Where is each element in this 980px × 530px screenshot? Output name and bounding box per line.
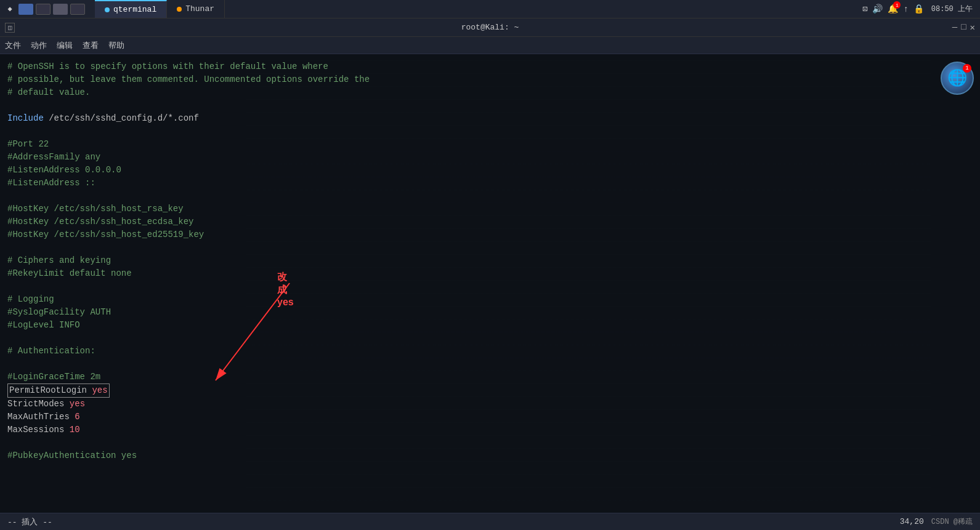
line-7: #Port 22 [7, 138, 973, 151]
terminal-content: # OpenSSH is to specify options with the… [7, 60, 973, 462]
menu-bar: 文件 动作 编辑 查看 帮助 [0, 37, 980, 54]
app-icon-1[interactable]: ◆ [4, 3, 16, 15]
monitor-icon: ⊡ [862, 4, 867, 14]
line-3: # default value. [7, 86, 973, 99]
taskbar-time-area: ⊡ 🔊 🔔 1 ↑ 🔒 08:50 上午 [862, 4, 980, 14]
line-26: PermitRootLogin yes [7, 383, 110, 398]
menu-edit[interactable]: 编辑 [57, 40, 73, 51]
tab-dot-thunar [177, 7, 182, 12]
cursor-position: 34,20 [900, 517, 924, 526]
sys-tray-icons: ⊡ 🔊 🔔 1 ↑ 🔒 [862, 4, 924, 14]
app-icon-5[interactable] [70, 4, 85, 15]
lock-icon: 🔒 [913, 4, 924, 14]
line-15 [7, 241, 973, 254]
tab-qterminal[interactable]: qterminal [95, 0, 167, 18]
upload-icon: ↑ [903, 4, 908, 14]
app-icon-3[interactable] [36, 4, 51, 15]
app-icon-4[interactable] [53, 4, 68, 15]
tab-dot-qterminal [105, 7, 110, 12]
line-30 [7, 436, 973, 449]
app-icon-2[interactable] [18, 4, 33, 15]
taskbar: ◆ qterminal Thunar ⊡ 🔊 🔔 1 ↑ 🔒 08:50 上午 [0, 0, 980, 18]
line-13: #HostKey /etc/ssh/ssh_host_ecdsa_key [7, 215, 973, 228]
close-button[interactable]: ✕ [970, 22, 975, 33]
line-6 [7, 125, 973, 138]
terminal-area[interactable]: # OpenSSH is to specify options with the… [0, 54, 980, 530]
right-overlay-icon: 🌐 1 [941, 62, 974, 95]
line-11 [7, 190, 973, 203]
line-5: Include /etc/ssh/sshd_config.d/*.conf [7, 112, 973, 125]
line-8: #AddressFamily any [7, 151, 973, 164]
minimize-button[interactable]: — [952, 22, 957, 33]
line-28: MaxAuthTries 6 [7, 411, 973, 424]
line-22 [7, 332, 973, 345]
window-corner-icon: ◫ [5, 23, 15, 33]
taskbar-tabs: qterminal Thunar [95, 0, 862, 18]
line-1: # OpenSSH is to specify options with the… [7, 60, 973, 73]
line-10: #ListenAddress :: [7, 177, 973, 190]
line-2: # possible, but leave them commented. Un… [7, 73, 973, 86]
line-16: # Ciphers and keying [7, 254, 973, 267]
line-29: MaxSessions 10 [7, 424, 973, 436]
csdn-watermark: CSDN @稀疏 [931, 516, 973, 527]
line-21: #LogLevel INFO [7, 319, 973, 332]
line-9: #ListenAddress 0.0.0.0 [7, 164, 973, 177]
tab-label-thunar: Thunar [185, 4, 214, 14]
maximize-button[interactable]: □ [961, 22, 966, 33]
clock-display: 08:50 上午 [931, 4, 973, 14]
line-23: # Authentication: [7, 345, 973, 358]
line-19: # Logging [7, 293, 973, 306]
line-18 [7, 280, 973, 293]
line-17: #RekeyLimit default none [7, 267, 973, 280]
window-title: root@Kali: ~ [461, 23, 519, 32]
tab-label-qterminal: qterminal [113, 5, 156, 14]
vim-mode: -- 插入 -- [7, 516, 52, 528]
window-controls: — □ ✕ [952, 22, 975, 33]
menu-action[interactable]: 动作 [31, 40, 47, 51]
menu-help[interactable]: 帮助 [108, 40, 124, 51]
window-titlebar: ◫ root@Kali: ~ — □ ✕ [0, 18, 980, 37]
menu-view[interactable]: 查看 [83, 40, 99, 51]
taskbar-app-icons: ◆ [0, 3, 89, 15]
line-14: #HostKey /etc/ssh/ssh_host_ed25519_key [7, 228, 973, 241]
line-4 [7, 99, 973, 112]
notification-badge[interactable]: 🔔 1 [888, 4, 898, 14]
volume-icon: 🔊 [872, 4, 883, 14]
menu-file[interactable]: 文件 [5, 40, 21, 51]
globe-notif-badge: 1 [963, 64, 971, 73]
notif-count: 1 [893, 1, 901, 9]
tab-thunar[interactable]: Thunar [167, 0, 225, 18]
status-bar: -- 插入 -- 34,20 CSDN @稀疏 [0, 513, 980, 530]
line-20: #SyslogFacility AUTH [7, 306, 973, 319]
line-24 [7, 358, 973, 371]
line-31: #PubkeyAuthentication yes [7, 449, 973, 462]
line-25: #LoginGraceTime 2m [7, 371, 973, 383]
line-12: #HostKey /etc/ssh/ssh_host_rsa_key [7, 203, 973, 215]
line-27: StrictModes yes [7, 398, 973, 411]
